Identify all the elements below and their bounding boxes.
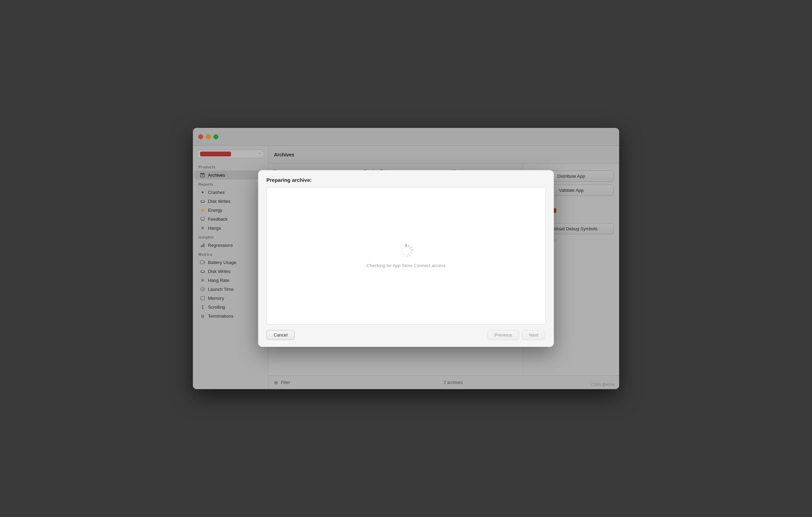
- modal-title: Preparing archive:: [258, 170, 554, 187]
- modal-footer: Cancel Previous Next: [258, 324, 554, 347]
- cancel-button[interactable]: Cancel: [266, 330, 295, 340]
- prepare-archive-modal: Preparing archive: Checking for App: [258, 170, 554, 347]
- main-window: ⌃ Products Archives Reports ✦ Crashes: [193, 128, 619, 389]
- modal-status-text: Checking for App Store Connect access: [366, 263, 446, 268]
- previous-button[interactable]: Previous: [487, 330, 519, 340]
- modal-body: Checking for App Store Connect access: [266, 187, 546, 324]
- footer-right-buttons: Previous Next: [487, 330, 546, 340]
- next-button[interactable]: Next: [522, 330, 546, 340]
- loading-spinner: [399, 244, 413, 257]
- modal-overlay: Preparing archive: Checking for App: [193, 128, 619, 389]
